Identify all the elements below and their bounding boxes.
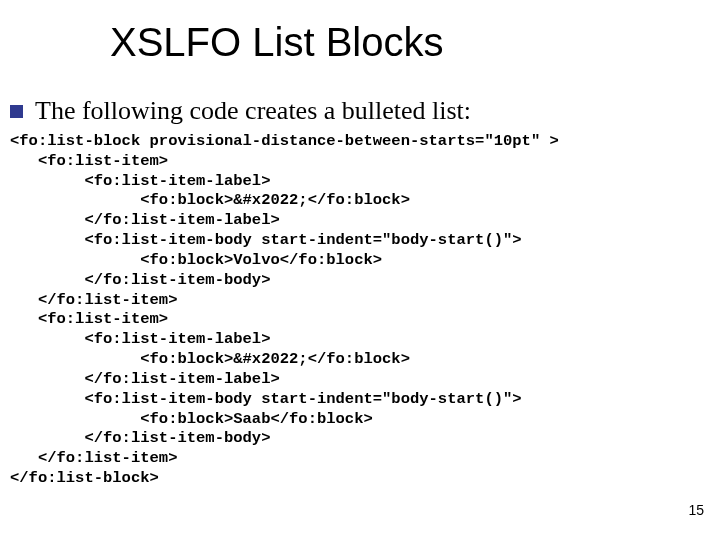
slide: XSLFO List Blocks The following code cre…: [0, 0, 720, 540]
bullet-row: The following code creates a bulleted li…: [10, 96, 471, 126]
bullet-square-icon: [10, 105, 23, 118]
bullet-text: The following code creates a bulleted li…: [35, 96, 471, 126]
slide-title: XSLFO List Blocks: [110, 20, 443, 65]
code-block: <fo:list-block provisional-distance-betw…: [10, 132, 710, 489]
page-number: 15: [688, 502, 704, 518]
